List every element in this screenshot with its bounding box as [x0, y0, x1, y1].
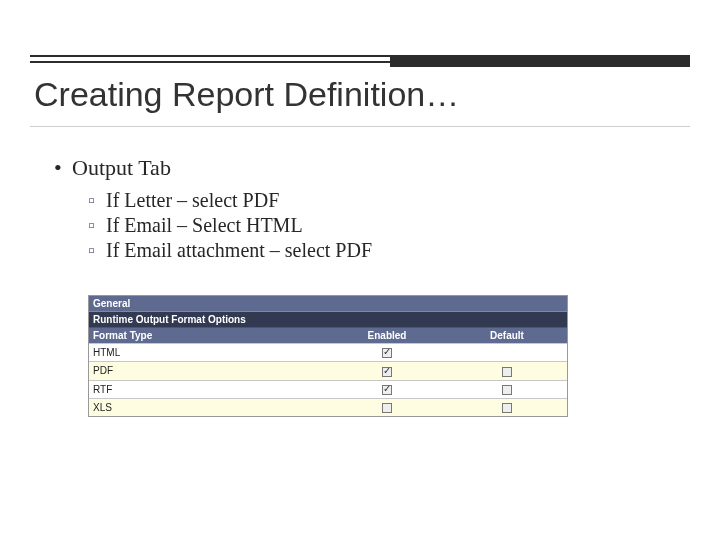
bullet-level2: ▫If Email – Select HTML	[88, 214, 670, 237]
table-row: HTML	[89, 343, 567, 361]
enabled-cell	[327, 381, 447, 398]
bullet-level2-text: If Email – Select HTML	[106, 214, 303, 236]
default-cell	[447, 399, 567, 416]
bullet-dot-icon: •	[54, 155, 72, 181]
bullet-level1-text: Output Tab	[72, 155, 171, 180]
default-cell	[447, 344, 567, 361]
output-format-table: General Runtime Output Format Options Fo…	[88, 295, 568, 417]
bullet-level2: ▫If Email attachment – select PDF	[88, 239, 670, 262]
col-enabled-header: Enabled	[327, 328, 447, 343]
bullet-square-icon: ▫	[88, 214, 106, 237]
title-underline	[30, 126, 690, 127]
checkbox-default[interactable]	[502, 367, 512, 377]
checkbox-enabled[interactable]	[382, 367, 392, 377]
enabled-cell	[327, 362, 447, 379]
format-cell: RTF	[89, 381, 327, 398]
checkbox-enabled[interactable]	[382, 385, 392, 395]
bullet-level2-text: If Email attachment – select PDF	[106, 239, 372, 261]
default-cell	[447, 362, 567, 379]
bullet-level2-text: If Letter – select PDF	[106, 189, 279, 211]
content-area: •Output Tab ▫If Letter – select PDF ▫If …	[58, 155, 670, 264]
col-format-header: Format Type	[89, 328, 327, 343]
enabled-cell	[327, 399, 447, 416]
bullet-level1: •Output Tab	[58, 155, 670, 181]
slide-title: Creating Report Definition…	[34, 75, 459, 114]
table-row: RTF	[89, 380, 567, 398]
enabled-cell	[327, 344, 447, 361]
header-rule	[30, 55, 690, 63]
checkbox-enabled[interactable]	[382, 403, 392, 413]
table-column-headers: Format Type Enabled Default	[89, 328, 567, 343]
table-header-runtime: Runtime Output Format Options	[89, 312, 567, 328]
format-cell: HTML	[89, 344, 327, 361]
bullet-level2: ▫If Letter – select PDF	[88, 189, 670, 212]
format-cell: XLS	[89, 399, 327, 416]
bullet-square-icon: ▫	[88, 239, 106, 262]
format-cell: PDF	[89, 362, 327, 379]
checkbox-enabled[interactable]	[382, 348, 392, 358]
checkbox-default[interactable]	[502, 403, 512, 413]
checkbox-default[interactable]	[502, 385, 512, 395]
default-cell	[447, 381, 567, 398]
col-default-header: Default	[447, 328, 567, 343]
table-row: PDF	[89, 361, 567, 379]
table-row: XLS	[89, 398, 567, 416]
bullet-square-icon: ▫	[88, 189, 106, 212]
table-header-general: General	[89, 296, 567, 312]
